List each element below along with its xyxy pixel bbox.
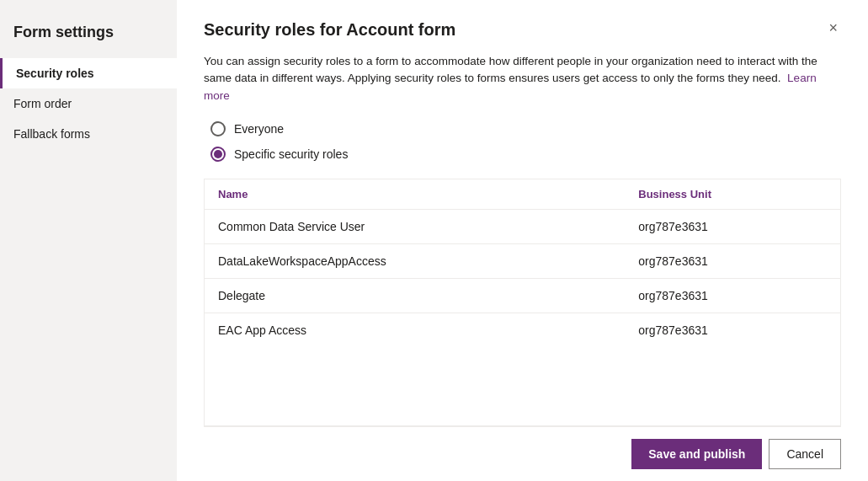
dialog-title: Security roles for Account form bbox=[204, 20, 455, 40]
sidebar-item-fallback-forms[interactable]: Fallback forms bbox=[0, 119, 177, 149]
description-text: You can assign security roles to a form … bbox=[204, 53, 841, 104]
radio-specific[interactable]: Specific security roles bbox=[210, 147, 841, 162]
footer: Save and publish Cancel bbox=[204, 426, 841, 481]
main-content: Security roles for Account form × You ca… bbox=[177, 0, 868, 481]
cell-name: Common Data Service User bbox=[205, 209, 625, 243]
table-row[interactable]: EAC App Access org787e3631 bbox=[205, 313, 840, 347]
roles-table: Name Business Unit Common Data Service U… bbox=[205, 179, 840, 347]
close-button[interactable]: × bbox=[825, 20, 841, 35]
col-name: Name bbox=[205, 179, 625, 210]
col-business-unit: Business Unit bbox=[625, 179, 840, 210]
cell-business-unit: org787e3631 bbox=[625, 243, 840, 278]
cell-name: DataLakeWorkspaceAppAccess bbox=[205, 243, 625, 278]
sidebar-item-security-roles[interactable]: Security roles bbox=[0, 58, 177, 88]
cell-name: Delegate bbox=[205, 278, 625, 313]
specific-radio[interactable] bbox=[210, 147, 226, 162]
cell-business-unit: org787e3631 bbox=[625, 313, 840, 347]
save-publish-button[interactable]: Save and publish bbox=[631, 439, 762, 469]
table-row[interactable]: Delegate org787e3631 bbox=[205, 278, 840, 313]
sidebar-item-form-order[interactable]: Form order bbox=[0, 88, 177, 119]
radio-group: Everyone Specific security roles bbox=[204, 121, 841, 162]
roles-table-container[interactable]: Name Business Unit Common Data Service U… bbox=[204, 179, 841, 426]
table-header-row: Name Business Unit bbox=[205, 179, 840, 210]
cancel-button[interactable]: Cancel bbox=[769, 439, 841, 469]
cell-name: EAC App Access bbox=[205, 313, 625, 347]
dialog-header: Security roles for Account form × bbox=[204, 20, 841, 40]
radio-everyone[interactable]: Everyone bbox=[210, 121, 841, 136]
cell-business-unit: org787e3631 bbox=[625, 209, 840, 243]
sidebar-title: Form settings bbox=[0, 13, 177, 58]
cell-business-unit: org787e3631 bbox=[625, 278, 840, 313]
sidebar: Form settings Security roles Form order … bbox=[0, 0, 177, 481]
table-row[interactable]: Common Data Service User org787e3631 bbox=[205, 209, 840, 243]
table-row[interactable]: DataLakeWorkspaceAppAccess org787e3631 bbox=[205, 243, 840, 278]
everyone-radio[interactable] bbox=[210, 121, 226, 136]
